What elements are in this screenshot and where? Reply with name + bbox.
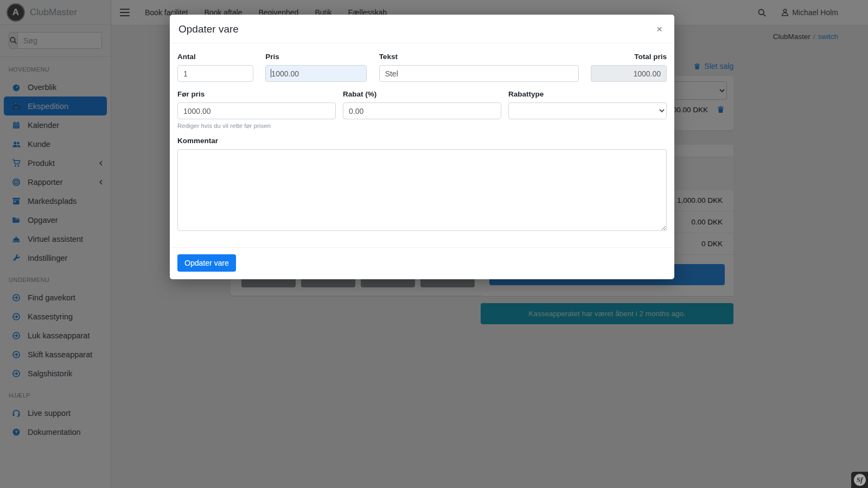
foer-pris-label: Før pris [177, 90, 336, 98]
tekst-label: Tekst [379, 53, 579, 61]
kommentar-label: Kommentar [177, 137, 667, 145]
opdater-vare-submit-button[interactable]: Opdater vare [177, 254, 236, 272]
symfony-icon: Sf [854, 474, 866, 486]
foer-pris-help-text: Rediger hvis du vil rette før prisen [177, 123, 336, 129]
total-pris-label: Total pris [591, 53, 667, 61]
antal-input[interactable] [177, 65, 253, 82]
antal-label: Antal [177, 53, 253, 61]
symfony-debug-toolbar-badge[interactable]: Sf [851, 472, 868, 488]
pris-input[interactable] [265, 65, 367, 82]
rabat-label: Rabat (%) [343, 90, 501, 98]
close-icon[interactable]: × [653, 23, 666, 35]
modal-title: Opdater vare [178, 23, 239, 35]
rabat-input[interactable] [343, 102, 501, 119]
pris-label: Pris [265, 53, 367, 61]
kommentar-textarea[interactable] [177, 149, 667, 231]
foer-pris-input[interactable] [177, 102, 336, 119]
tekst-input[interactable] [379, 65, 579, 82]
opdater-vare-modal: Opdater vare × Antal Pris Tekst Total pr… [170, 15, 674, 279]
rabattype-label: Rabattype [508, 90, 667, 98]
total-pris-input [591, 65, 667, 82]
rabattype-select[interactable] [508, 102, 667, 119]
